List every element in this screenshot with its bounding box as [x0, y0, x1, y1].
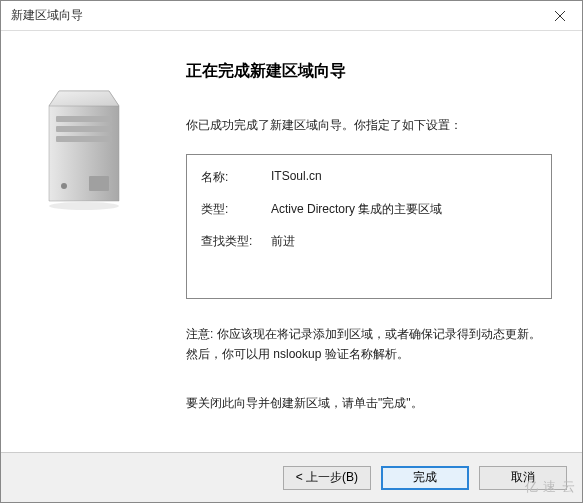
svg-rect-4 [56, 116, 112, 122]
name-value: ITSoul.cn [271, 169, 322, 186]
window-title: 新建区域向导 [1, 7, 83, 24]
instruction-text: 要关闭此向导并创建新区域，请单击"完成"。 [186, 395, 552, 412]
lookup-label: 查找类型: [201, 233, 271, 250]
type-label: 类型: [201, 201, 271, 218]
titlebar: 新建区域向导 [1, 1, 582, 31]
summary-row-type: 类型: Active Directory 集成的主要区域 [201, 201, 537, 218]
finish-button[interactable]: 完成 [381, 466, 469, 490]
left-panel [1, 31, 166, 451]
summary-box: 名称: ITSoul.cn 类型: Active Directory 集成的主要… [186, 154, 552, 299]
note-text: 注意: 你应该现在将记录添加到区域，或者确保记录得到动态更新。然后，你可以用 n… [186, 324, 552, 365]
content-area: 正在完成新建区域向导 你已成功完成了新建区域向导。你指定了如下设置： 名称: I… [1, 31, 582, 451]
summary-row-name: 名称: ITSoul.cn [201, 169, 537, 186]
name-label: 名称: [201, 169, 271, 186]
close-button[interactable] [537, 1, 582, 31]
svg-rect-5 [56, 126, 112, 132]
type-value: Active Directory 集成的主要区域 [271, 201, 442, 218]
watermark: 亿 速 云 [525, 478, 576, 496]
back-button[interactable]: < 上一步(B) [283, 466, 371, 490]
success-text: 你已成功完成了新建区域向导。你指定了如下设置： [186, 117, 552, 134]
summary-row-lookup: 查找类型: 前进 [201, 233, 537, 250]
svg-marker-3 [49, 91, 119, 106]
svg-rect-6 [56, 136, 112, 142]
footer: < 上一步(B) 完成 取消 [1, 452, 582, 502]
wizard-heading: 正在完成新建区域向导 [186, 61, 552, 82]
right-panel: 正在完成新建区域向导 你已成功完成了新建区域向导。你指定了如下设置： 名称: I… [166, 31, 582, 451]
svg-rect-8 [89, 176, 109, 191]
server-icon [34, 81, 134, 211]
wizard-window: 新建区域向导 [0, 0, 583, 503]
svg-point-7 [61, 183, 67, 189]
close-icon [555, 11, 565, 21]
lookup-value: 前进 [271, 233, 295, 250]
svg-point-9 [49, 202, 119, 210]
